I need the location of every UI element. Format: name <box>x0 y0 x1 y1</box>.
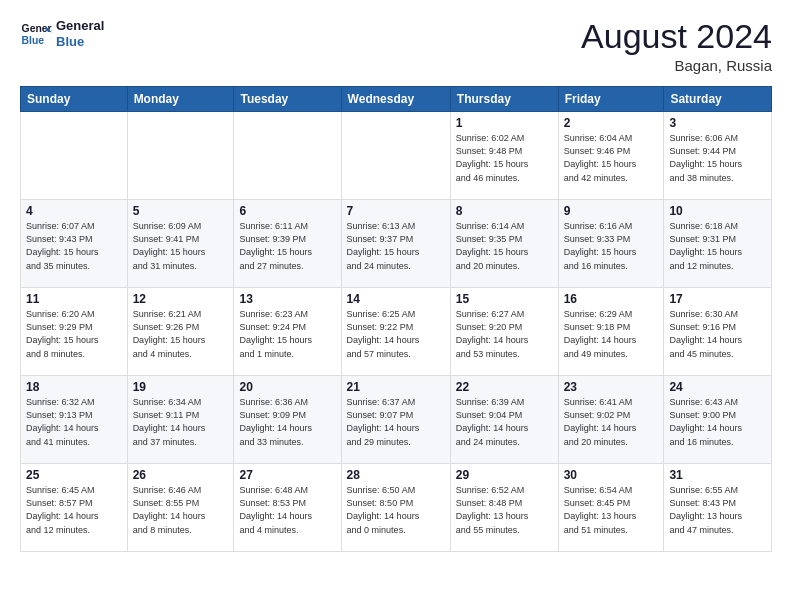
day-number: 13 <box>239 292 335 306</box>
day-info: Sunrise: 6:55 AMSunset: 8:43 PMDaylight:… <box>669 484 766 536</box>
day-number: 8 <box>456 204 553 218</box>
day-number: 10 <box>669 204 766 218</box>
day-info: Sunrise: 6:25 AMSunset: 9:22 PMDaylight:… <box>347 308 445 360</box>
day-info: Sunrise: 6:07 AMSunset: 9:43 PMDaylight:… <box>26 220 122 272</box>
day-info: Sunrise: 6:27 AMSunset: 9:20 PMDaylight:… <box>456 308 553 360</box>
day-cell-4-0: 25Sunrise: 6:45 AMSunset: 8:57 PMDayligh… <box>21 464 128 552</box>
calendar-body: 1Sunrise: 6:02 AMSunset: 9:48 PMDaylight… <box>21 112 772 552</box>
day-number: 6 <box>239 204 335 218</box>
logo-blue: Blue <box>56 34 104 50</box>
day-cell-1-2: 6Sunrise: 6:11 AMSunset: 9:39 PMDaylight… <box>234 200 341 288</box>
header-monday: Monday <box>127 87 234 112</box>
day-cell-3-0: 18Sunrise: 6:32 AMSunset: 9:13 PMDayligh… <box>21 376 128 464</box>
day-info: Sunrise: 6:36 AMSunset: 9:09 PMDaylight:… <box>239 396 335 448</box>
day-cell-3-2: 20Sunrise: 6:36 AMSunset: 9:09 PMDayligh… <box>234 376 341 464</box>
day-info: Sunrise: 6:13 AMSunset: 9:37 PMDaylight:… <box>347 220 445 272</box>
day-number: 11 <box>26 292 122 306</box>
day-info: Sunrise: 6:48 AMSunset: 8:53 PMDaylight:… <box>239 484 335 536</box>
day-info: Sunrise: 6:02 AMSunset: 9:48 PMDaylight:… <box>456 132 553 184</box>
day-number: 1 <box>456 116 553 130</box>
day-info: Sunrise: 6:18 AMSunset: 9:31 PMDaylight:… <box>669 220 766 272</box>
day-number: 9 <box>564 204 659 218</box>
day-info: Sunrise: 6:32 AMSunset: 9:13 PMDaylight:… <box>26 396 122 448</box>
day-info: Sunrise: 6:39 AMSunset: 9:04 PMDaylight:… <box>456 396 553 448</box>
day-info: Sunrise: 6:29 AMSunset: 9:18 PMDaylight:… <box>564 308 659 360</box>
day-cell-0-1 <box>127 112 234 200</box>
day-cell-0-4: 1Sunrise: 6:02 AMSunset: 9:48 PMDaylight… <box>450 112 558 200</box>
day-cell-3-5: 23Sunrise: 6:41 AMSunset: 9:02 PMDayligh… <box>558 376 664 464</box>
logo: General Blue General Blue <box>20 18 104 50</box>
day-cell-3-4: 22Sunrise: 6:39 AMSunset: 9:04 PMDayligh… <box>450 376 558 464</box>
header-friday: Friday <box>558 87 664 112</box>
header-thursday: Thursday <box>450 87 558 112</box>
svg-text:Blue: Blue <box>22 35 45 46</box>
day-number: 25 <box>26 468 122 482</box>
day-info: Sunrise: 6:20 AMSunset: 9:29 PMDaylight:… <box>26 308 122 360</box>
calendar-table: Sunday Monday Tuesday Wednesday Thursday… <box>20 86 772 552</box>
day-info: Sunrise: 6:16 AMSunset: 9:33 PMDaylight:… <box>564 220 659 272</box>
weekday-header-row: Sunday Monday Tuesday Wednesday Thursday… <box>21 87 772 112</box>
day-info: Sunrise: 6:23 AMSunset: 9:24 PMDaylight:… <box>239 308 335 360</box>
day-cell-1-0: 4Sunrise: 6:07 AMSunset: 9:43 PMDaylight… <box>21 200 128 288</box>
day-cell-2-6: 17Sunrise: 6:30 AMSunset: 9:16 PMDayligh… <box>664 288 772 376</box>
day-number: 27 <box>239 468 335 482</box>
day-number: 7 <box>347 204 445 218</box>
day-info: Sunrise: 6:37 AMSunset: 9:07 PMDaylight:… <box>347 396 445 448</box>
day-number: 2 <box>564 116 659 130</box>
day-number: 26 <box>133 468 229 482</box>
day-cell-4-6: 31Sunrise: 6:55 AMSunset: 8:43 PMDayligh… <box>664 464 772 552</box>
day-info: Sunrise: 6:41 AMSunset: 9:02 PMDaylight:… <box>564 396 659 448</box>
month-year: August 2024 <box>581 18 772 55</box>
day-number: 12 <box>133 292 229 306</box>
day-number: 5 <box>133 204 229 218</box>
week-row-1: 4Sunrise: 6:07 AMSunset: 9:43 PMDaylight… <box>21 200 772 288</box>
day-number: 3 <box>669 116 766 130</box>
day-number: 18 <box>26 380 122 394</box>
day-number: 29 <box>456 468 553 482</box>
day-cell-3-6: 24Sunrise: 6:43 AMSunset: 9:00 PMDayligh… <box>664 376 772 464</box>
day-cell-2-5: 16Sunrise: 6:29 AMSunset: 9:18 PMDayligh… <box>558 288 664 376</box>
day-cell-2-2: 13Sunrise: 6:23 AMSunset: 9:24 PMDayligh… <box>234 288 341 376</box>
logo-text-block: General Blue <box>56 18 104 49</box>
day-cell-0-3 <box>341 112 450 200</box>
day-number: 15 <box>456 292 553 306</box>
day-cell-1-6: 10Sunrise: 6:18 AMSunset: 9:31 PMDayligh… <box>664 200 772 288</box>
location: Bagan, Russia <box>581 57 772 74</box>
day-number: 20 <box>239 380 335 394</box>
day-info: Sunrise: 6:54 AMSunset: 8:45 PMDaylight:… <box>564 484 659 536</box>
day-number: 21 <box>347 380 445 394</box>
day-cell-2-3: 14Sunrise: 6:25 AMSunset: 9:22 PMDayligh… <box>341 288 450 376</box>
day-info: Sunrise: 6:45 AMSunset: 8:57 PMDaylight:… <box>26 484 122 536</box>
header-sunday: Sunday <box>21 87 128 112</box>
day-cell-1-4: 8Sunrise: 6:14 AMSunset: 9:35 PMDaylight… <box>450 200 558 288</box>
day-number: 31 <box>669 468 766 482</box>
day-cell-0-6: 3Sunrise: 6:06 AMSunset: 9:44 PMDaylight… <box>664 112 772 200</box>
logo-icon: General Blue <box>20 18 52 50</box>
day-info: Sunrise: 6:14 AMSunset: 9:35 PMDaylight:… <box>456 220 553 272</box>
day-number: 14 <box>347 292 445 306</box>
day-info: Sunrise: 6:43 AMSunset: 9:00 PMDaylight:… <box>669 396 766 448</box>
day-number: 28 <box>347 468 445 482</box>
logo-general: General <box>56 18 104 34</box>
day-cell-3-1: 19Sunrise: 6:34 AMSunset: 9:11 PMDayligh… <box>127 376 234 464</box>
week-row-0: 1Sunrise: 6:02 AMSunset: 9:48 PMDaylight… <box>21 112 772 200</box>
day-cell-4-4: 29Sunrise: 6:52 AMSunset: 8:48 PMDayligh… <box>450 464 558 552</box>
day-cell-4-2: 27Sunrise: 6:48 AMSunset: 8:53 PMDayligh… <box>234 464 341 552</box>
header-tuesday: Tuesday <box>234 87 341 112</box>
header-saturday: Saturday <box>664 87 772 112</box>
day-number: 22 <box>456 380 553 394</box>
header-wednesday: Wednesday <box>341 87 450 112</box>
day-cell-2-4: 15Sunrise: 6:27 AMSunset: 9:20 PMDayligh… <box>450 288 558 376</box>
day-cell-2-0: 11Sunrise: 6:20 AMSunset: 9:29 PMDayligh… <box>21 288 128 376</box>
day-cell-4-3: 28Sunrise: 6:50 AMSunset: 8:50 PMDayligh… <box>341 464 450 552</box>
day-cell-0-5: 2Sunrise: 6:04 AMSunset: 9:46 PMDaylight… <box>558 112 664 200</box>
day-cell-1-1: 5Sunrise: 6:09 AMSunset: 9:41 PMDaylight… <box>127 200 234 288</box>
day-number: 17 <box>669 292 766 306</box>
day-number: 24 <box>669 380 766 394</box>
day-info: Sunrise: 6:09 AMSunset: 9:41 PMDaylight:… <box>133 220 229 272</box>
day-cell-0-0 <box>21 112 128 200</box>
day-cell-4-1: 26Sunrise: 6:46 AMSunset: 8:55 PMDayligh… <box>127 464 234 552</box>
day-info: Sunrise: 6:50 AMSunset: 8:50 PMDaylight:… <box>347 484 445 536</box>
day-info: Sunrise: 6:46 AMSunset: 8:55 PMDaylight:… <box>133 484 229 536</box>
day-info: Sunrise: 6:34 AMSunset: 9:11 PMDaylight:… <box>133 396 229 448</box>
